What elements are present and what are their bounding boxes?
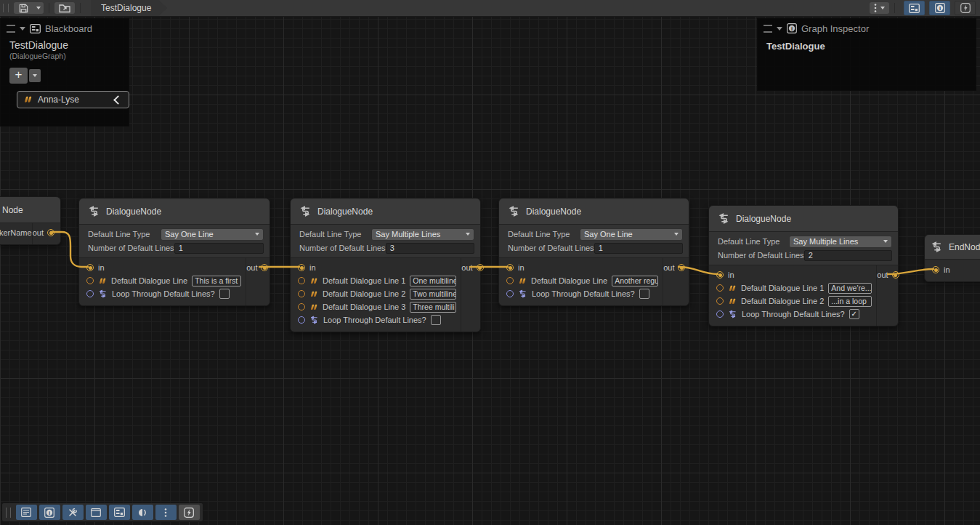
string-port-icon[interactable] (298, 290, 305, 297)
string-port-icon[interactable] (298, 277, 305, 284)
save-dropdown-button[interactable] (33, 2, 44, 14)
input-port-icon[interactable] (716, 271, 724, 278)
blackboard-header[interactable]: Blackboard (1, 19, 129, 38)
output-port-icon[interactable] (47, 229, 54, 236)
output-port-icon[interactable] (892, 271, 899, 278)
dialogue-line-port[interactable]: Default Dialogue Line 1 And we're... (716, 282, 872, 294)
input-port-icon[interactable] (86, 264, 94, 271)
loop-checkbox[interactable] (431, 315, 441, 325)
open-asset-button[interactable] (54, 2, 75, 14)
bool-port-icon[interactable] (86, 290, 94, 297)
line-type-dropdown[interactable]: Say One Line (580, 228, 683, 241)
output-port-icon[interactable] (477, 264, 484, 271)
dialogue-line-input[interactable]: Three multili (410, 302, 456, 313)
bool-port-icon[interactable] (298, 316, 305, 324)
input-port-icon[interactable] (506, 264, 514, 271)
dialogue-line-port[interactable]: Default Dialogue Line This is a first (86, 275, 241, 286)
port-label: out (663, 263, 674, 272)
graph-tab[interactable]: TestDialogue (91, 0, 167, 16)
dialogue-line-input[interactable]: Another regu (612, 276, 658, 286)
more-icon (874, 3, 877, 13)
add-property-button[interactable]: + (9, 68, 28, 84)
dialogue-line-input[interactable]: And we're... (828, 283, 872, 294)
loop-port[interactable]: Loop Through Default Lines? ✓ (716, 308, 872, 320)
loop-port[interactable]: Loop Through Default Lines? (86, 288, 241, 300)
dialogue-node-4[interactable]: DialogueNode Default Line Type Say Multi… (708, 205, 899, 326)
loop-port[interactable]: Loop Through Default Lines? (506, 288, 658, 300)
inspector-title: Graph Inspector (801, 23, 869, 34)
dialogue-line-port[interactable]: Default Dialogue Line 2 Two multiline (298, 288, 456, 300)
panel-drag-handle-icon[interactable] (7, 25, 15, 33)
string-port-icon[interactable] (716, 297, 724, 305)
num-lines-input[interactable]: 2 (804, 250, 892, 261)
inspector-header[interactable]: i Graph Inspector (758, 19, 976, 38)
blackboard-property-anna-lyse[interactable]: Anna-Lyse (17, 91, 129, 108)
collapse-triangle-icon[interactable] (20, 27, 25, 31)
contrast-toggle-button[interactable] (132, 505, 153, 520)
flow-node-icon (718, 213, 730, 224)
dialogue-node-2[interactable]: DialogueNode Default Line Type Say Multi… (290, 198, 481, 332)
dialogue-line-input[interactable]: Two multiline (410, 289, 456, 300)
in-port[interactable]: in (506, 262, 658, 273)
dialogue-line-port[interactable]: Default Dialogue Line Another regu (506, 275, 658, 286)
in-port[interactable]: in (298, 262, 456, 273)
bool-port-icon[interactable] (506, 290, 514, 297)
string-port-icon[interactable] (86, 277, 94, 284)
end-node[interactable]: EndNode in (924, 234, 980, 282)
chevron-left-icon[interactable] (113, 95, 123, 105)
string-port-icon[interactable] (506, 277, 514, 284)
dialogue-line-input[interactable]: ...in a loop (828, 296, 872, 307)
blackboard-toggle-button[interactable] (904, 1, 925, 15)
num-lines-input[interactable]: 3 (386, 243, 474, 254)
speaker-node[interactable]: Node kerName out (0, 196, 61, 245)
input-port-icon[interactable] (298, 264, 305, 271)
dialogue-line-port[interactable]: Default Dialogue Line 2 ...in a loop (716, 295, 872, 307)
out-port[interactable]: out (877, 269, 899, 281)
output-port-icon[interactable] (678, 264, 685, 271)
line-type-dropdown[interactable]: Say Multiple Lines (371, 228, 474, 241)
in-port[interactable]: in (932, 264, 980, 276)
info-toggle-button[interactable]: i (39, 505, 60, 520)
loop-checkbox[interactable]: ✓ (849, 309, 859, 319)
add-property-dropdown[interactable] (29, 69, 41, 82)
string-port-icon[interactable] (716, 284, 724, 292)
in-port[interactable]: in (86, 262, 241, 273)
panel-drag-handle-icon[interactable] (764, 25, 772, 33)
num-lines-input[interactable]: 1 (594, 243, 683, 254)
in-port[interactable]: in (716, 269, 872, 281)
inspector-toggle-button[interactable]: i (929, 1, 950, 15)
out-port[interactable]: out (246, 262, 268, 273)
out-port[interactable]: out (33, 227, 54, 239)
loop-port[interactable]: Loop Through Default Lines? (298, 314, 456, 326)
blackboard-toggle-button[interactable] (109, 505, 130, 520)
toolbar-drag-handle[interactable] (6, 508, 11, 518)
line-type-dropdown[interactable]: Say One Line (161, 228, 264, 241)
dropdown-value: Say Multiple Lines (376, 230, 440, 239)
collapse-triangle-icon[interactable] (777, 27, 782, 31)
dialogue-line-port[interactable]: Default Dialogue Line 1 One multiline (298, 275, 456, 286)
spark-toggle-button[interactable] (179, 505, 200, 520)
tools-toggle-button[interactable] (62, 505, 84, 520)
dialogue-node-1[interactable]: DialogueNode Default Line Type Say One L… (78, 198, 270, 306)
preview-toggle-button[interactable] (955, 1, 976, 15)
line-type-dropdown[interactable]: Say Multiple Lines (789, 236, 892, 248)
loop-checkbox[interactable] (219, 289, 230, 299)
out-port[interactable]: out (663, 262, 685, 273)
dialogue-line-input[interactable]: One multiline (410, 276, 456, 286)
toolbar-drag-handle[interactable] (3, 4, 9, 12)
input-port-icon[interactable] (932, 266, 939, 273)
loop-checkbox[interactable] (639, 289, 649, 299)
save-button[interactable] (14, 2, 33, 14)
options-button[interactable] (870, 2, 889, 14)
bool-port-icon[interactable] (716, 310, 724, 318)
more-toggle-button[interactable] (155, 505, 177, 520)
dialogue-line-input[interactable]: This is a first (192, 276, 241, 286)
window-toggle-button[interactable] (86, 505, 107, 520)
num-lines-input[interactable]: 1 (174, 243, 264, 254)
output-port-icon[interactable] (261, 264, 268, 271)
dialogue-line-port[interactable]: Default Dialogue Line 3 Three multili (298, 301, 456, 313)
string-port-icon[interactable] (298, 303, 305, 310)
dialogue-node-3[interactable]: DialogueNode Default Line Type Say One L… (498, 198, 689, 306)
console-toggle-button[interactable] (16, 505, 37, 520)
out-port[interactable]: out (461, 262, 483, 273)
